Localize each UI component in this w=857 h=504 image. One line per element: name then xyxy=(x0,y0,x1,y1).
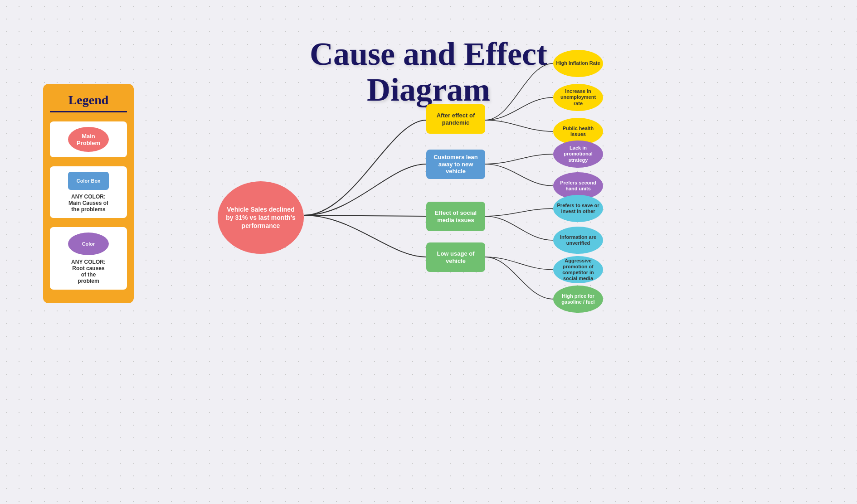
effect-unemployment: Increase in unemployment rate xyxy=(553,84,603,111)
cause-pandemic: After effect of pandemic xyxy=(426,104,485,134)
effect-inflation: High Inflation Rate xyxy=(553,50,603,77)
effect-lack-promo: Lack in promotional strategy xyxy=(553,141,603,168)
cause-customers-lean: Customers lean away to new vehicle xyxy=(426,150,485,179)
cause-social-media: Effect of social media issues xyxy=(426,202,485,231)
effect-save-invest: Prefers to save or invest in other xyxy=(553,195,603,222)
cause-low-usage: Low usage of vehicle xyxy=(426,242,485,272)
effect-competitor-promo: Aggressive promotion of competitor in so… xyxy=(553,256,603,283)
effect-unverified: Information are unverified xyxy=(553,227,603,254)
effect-gasoline-price: High price for gasoline / fuel xyxy=(553,286,603,313)
central-problem: Vehicle Sales declined by 31% vs last mo… xyxy=(218,181,304,254)
